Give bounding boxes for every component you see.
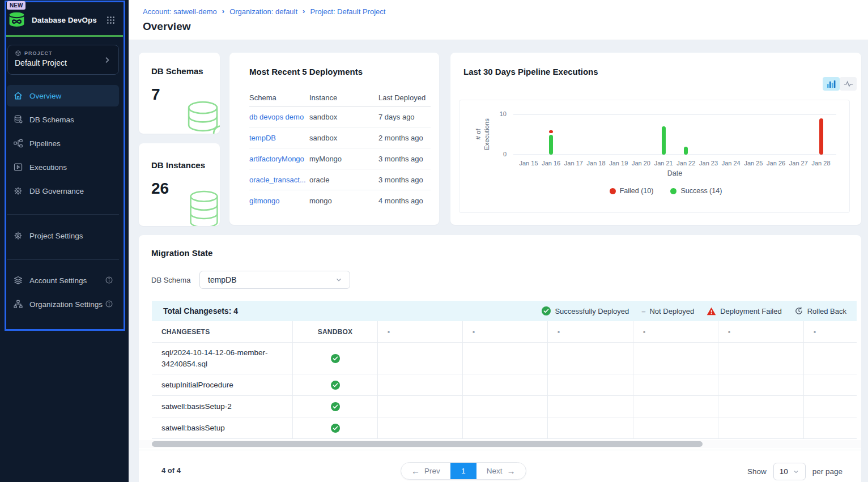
db-instances-card: DB Instances 26 <box>139 143 220 226</box>
bar-chart-toggle[interactable] <box>823 77 840 91</box>
column-header: - <box>548 321 633 342</box>
pipelines-icon <box>13 138 23 148</box>
horizontal-scrollbar-thumb[interactable] <box>152 441 703 447</box>
prev-page-button[interactable]: ←Prev <box>401 462 450 480</box>
line-chart-toggle[interactable] <box>840 77 857 91</box>
sidebar-item-executions[interactable]: Executions <box>7 156 119 178</box>
status-cell-empty <box>463 396 548 417</box>
sidebar-item-account-settings[interactable]: Account Settings <box>7 270 119 291</box>
schema-link[interactable]: oracle_transact... <box>249 176 309 184</box>
status-cell-empty <box>718 417 804 438</box>
info-icon[interactable] <box>105 276 113 286</box>
line-chart-icon <box>844 80 853 88</box>
legend-item: Failed (10) <box>610 187 654 195</box>
changesets-header-row: CHANGESETSSANDBOX------ <box>152 321 857 343</box>
success-bar[interactable] <box>662 126 666 155</box>
chart-legend: Failed (10)Success (14) <box>471 187 861 195</box>
brand-name: Database DevOps <box>32 16 106 24</box>
x-tick-label: Jan 15 <box>516 160 541 167</box>
x-tick-label: Jan 16 <box>539 160 564 167</box>
migration-state-panel: Migration State DB Schema tempDB Total C… <box>139 235 861 482</box>
column-header: - <box>378 321 463 342</box>
status-cell-empty <box>718 374 804 395</box>
status-cell-empty <box>804 417 857 438</box>
column-header: - <box>804 321 857 342</box>
column-header: - <box>463 321 548 342</box>
stat-title: DB Instances <box>151 160 205 170</box>
failed-bar[interactable] <box>549 130 553 133</box>
page-size-value: 10 <box>780 467 788 476</box>
page-size-select[interactable]: 10 <box>773 463 806 480</box>
last-deployed-value: 3 months ago <box>378 155 423 163</box>
database-icon <box>182 99 220 134</box>
legend-dot <box>670 188 676 194</box>
info-icon[interactable] <box>105 300 113 310</box>
status-legend: Successfully Deployed–Not DeployedDeploy… <box>542 306 846 315</box>
gridline <box>513 155 836 155</box>
sidebar-item-label: DB Schemas <box>29 116 74 124</box>
x-tick-label: Jan 21 <box>651 160 676 167</box>
schema-link[interactable]: tempDB <box>249 134 309 142</box>
cube-icon <box>15 50 22 57</box>
instance-value: oracle <box>309 176 329 184</box>
sidebar-item-label: Overview <box>29 92 61 100</box>
sidebar-item-project-settings[interactable]: Project Settings <box>7 225 119 246</box>
gear-icon <box>13 231 23 241</box>
deployment-row: artifactoryMongomyMongo3 months ago <box>249 148 431 169</box>
db-governance-icon <box>13 186 23 196</box>
breadcrumb-item[interactable]: Project: Default Project <box>310 7 385 16</box>
status-cell-empty <box>463 343 548 374</box>
success-bar[interactable] <box>684 147 688 155</box>
project-selector[interactable]: PROJECT Default Project <box>7 45 119 75</box>
apps-grid-icon[interactable] <box>106 15 116 25</box>
deployment-row: db devops demosandbox7 days ago <box>249 106 431 127</box>
chevron-down-icon <box>335 276 343 284</box>
sidebar-item-label: Account Settings <box>29 276 87 285</box>
result-count: 4 of 4 <box>161 466 181 475</box>
status-cell-empty <box>804 396 857 417</box>
sidebar-item-pipelines[interactable]: Pipelines <box>7 133 119 154</box>
instance-value: sandbox <box>309 134 337 142</box>
stat-value: 7 <box>151 86 160 104</box>
schema-link[interactable]: db devops demo <box>249 113 309 121</box>
bar-chart-icon <box>827 80 836 88</box>
status-cell-empty <box>633 396 718 417</box>
breadcrumb-item[interactable]: Organization: default <box>229 7 297 16</box>
x-tick-label: Jan 18 <box>584 160 609 167</box>
db-schema-select[interactable]: tempDB <box>199 271 350 289</box>
instance-value: mongo <box>309 197 332 205</box>
last-deployed-value: 3 months ago <box>378 176 423 184</box>
database-stack-icon <box>184 189 220 226</box>
x-tick-label: Jan 25 <box>741 160 766 167</box>
sidebar-item-overview[interactable]: Overview <box>7 85 119 106</box>
status-cell-empty <box>718 396 804 417</box>
x-tick-label: Jan 28 <box>809 160 833 167</box>
page-header: Account: satwell-demo›Organization: defa… <box>129 0 868 40</box>
next-page-button[interactable]: Next→ <box>476 462 526 480</box>
page-1-button[interactable]: 1 <box>450 462 476 480</box>
status-cell-empty <box>804 374 857 395</box>
db-schema-label: DB Schema <box>151 276 190 284</box>
sidebar-item-db-schemas[interactable]: DB Schemas <box>7 109 119 130</box>
status-cell-empty <box>378 343 463 374</box>
sidebar: NEW Database DevOps PROJECT <box>0 0 129 482</box>
schema-link[interactable]: artifactoryMongo <box>249 155 309 163</box>
sidebar-item-organization-settings[interactable]: Organization Settings <box>7 293 119 315</box>
db-schemas-icon <box>13 114 23 125</box>
x-tick-label: Jan 17 <box>561 160 586 167</box>
deployments-table: SchemaInstanceLast Deployeddb devops dem… <box>249 89 431 211</box>
sidebar-item-db-governance[interactable]: DB Governance <box>7 180 119 202</box>
failed-bar[interactable] <box>819 118 823 155</box>
success-bar[interactable] <box>549 135 553 155</box>
brand: Database DevOps <box>7 9 116 31</box>
schema-link[interactable]: gitmongo <box>249 197 309 205</box>
project-name: Default Project <box>15 58 112 67</box>
horizontal-scrollbar-track[interactable] <box>139 440 861 448</box>
changeset-row: satwell:basisSetup-2 <box>152 396 857 417</box>
status-cell-empty <box>378 417 463 438</box>
home-icon <box>13 91 23 101</box>
x-tick-label: Jan 22 <box>674 160 699 167</box>
changesets-table: CHANGESETSSANDBOX------sql/2024-10-14-12… <box>152 321 857 439</box>
breadcrumb-item[interactable]: Account: satwell-demo <box>143 7 217 16</box>
dash-icon: – <box>641 307 645 315</box>
